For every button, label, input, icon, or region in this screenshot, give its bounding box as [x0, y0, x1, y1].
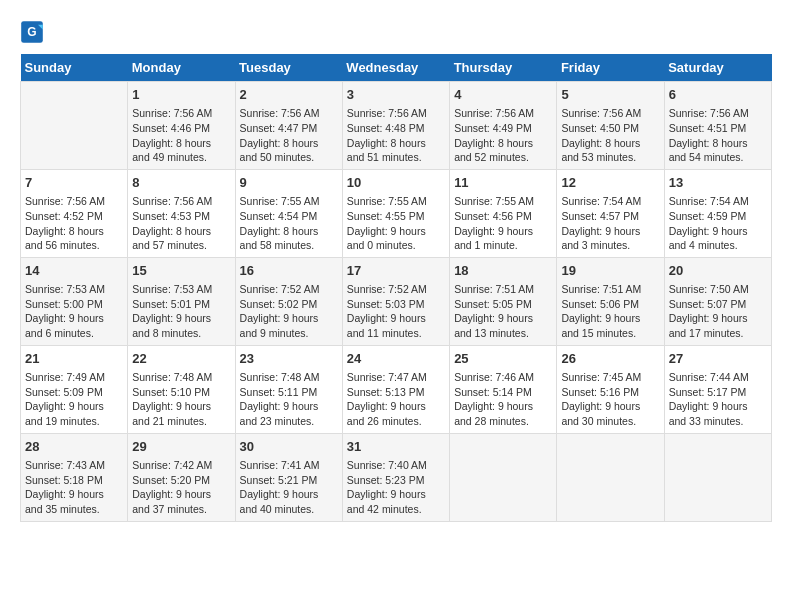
- day-number: 25: [454, 350, 552, 368]
- calendar-cell: 18Sunrise: 7:51 AMSunset: 5:05 PMDayligh…: [450, 257, 557, 345]
- calendar-cell: 12Sunrise: 7:54 AMSunset: 4:57 PMDayligh…: [557, 169, 664, 257]
- calendar-cell: 23Sunrise: 7:48 AMSunset: 5:11 PMDayligh…: [235, 345, 342, 433]
- day-number: 10: [347, 174, 445, 192]
- day-number: 4: [454, 86, 552, 104]
- day-number: 19: [561, 262, 659, 280]
- calendar-cell: 2Sunrise: 7:56 AMSunset: 4:47 PMDaylight…: [235, 82, 342, 170]
- cell-content: Sunrise: 7:56 AMSunset: 4:48 PMDaylight:…: [347, 106, 445, 165]
- calendar-cell: [450, 433, 557, 521]
- calendar-cell: 10Sunrise: 7:55 AMSunset: 4:55 PMDayligh…: [342, 169, 449, 257]
- day-number: 21: [25, 350, 123, 368]
- calendar-cell: 28Sunrise: 7:43 AMSunset: 5:18 PMDayligh…: [21, 433, 128, 521]
- week-row-1: 7Sunrise: 7:56 AMSunset: 4:52 PMDaylight…: [21, 169, 772, 257]
- calendar-cell: 31Sunrise: 7:40 AMSunset: 5:23 PMDayligh…: [342, 433, 449, 521]
- week-row-4: 28Sunrise: 7:43 AMSunset: 5:18 PMDayligh…: [21, 433, 772, 521]
- header-tuesday: Tuesday: [235, 54, 342, 82]
- day-number: 7: [25, 174, 123, 192]
- calendar-cell: [664, 433, 771, 521]
- calendar-cell: 9Sunrise: 7:55 AMSunset: 4:54 PMDaylight…: [235, 169, 342, 257]
- day-number: 22: [132, 350, 230, 368]
- cell-content: Sunrise: 7:40 AMSunset: 5:23 PMDaylight:…: [347, 458, 445, 517]
- header-friday: Friday: [557, 54, 664, 82]
- calendar-cell: 3Sunrise: 7:56 AMSunset: 4:48 PMDaylight…: [342, 82, 449, 170]
- calendar-cell: 22Sunrise: 7:48 AMSunset: 5:10 PMDayligh…: [128, 345, 235, 433]
- cell-content: Sunrise: 7:56 AMSunset: 4:50 PMDaylight:…: [561, 106, 659, 165]
- calendar-cell: 21Sunrise: 7:49 AMSunset: 5:09 PMDayligh…: [21, 345, 128, 433]
- cell-content: Sunrise: 7:51 AMSunset: 5:05 PMDaylight:…: [454, 282, 552, 341]
- cell-content: Sunrise: 7:49 AMSunset: 5:09 PMDaylight:…: [25, 370, 123, 429]
- cell-content: Sunrise: 7:51 AMSunset: 5:06 PMDaylight:…: [561, 282, 659, 341]
- cell-content: Sunrise: 7:48 AMSunset: 5:11 PMDaylight:…: [240, 370, 338, 429]
- day-number: 31: [347, 438, 445, 456]
- cell-content: Sunrise: 7:54 AMSunset: 4:57 PMDaylight:…: [561, 194, 659, 253]
- cell-content: Sunrise: 7:47 AMSunset: 5:13 PMDaylight:…: [347, 370, 445, 429]
- calendar-cell: 4Sunrise: 7:56 AMSunset: 4:49 PMDaylight…: [450, 82, 557, 170]
- calendar-cell: [557, 433, 664, 521]
- day-number: 30: [240, 438, 338, 456]
- calendar-cell: 30Sunrise: 7:41 AMSunset: 5:21 PMDayligh…: [235, 433, 342, 521]
- day-number: 20: [669, 262, 767, 280]
- cell-content: Sunrise: 7:45 AMSunset: 5:16 PMDaylight:…: [561, 370, 659, 429]
- calendar-cell: 19Sunrise: 7:51 AMSunset: 5:06 PMDayligh…: [557, 257, 664, 345]
- header-sunday: Sunday: [21, 54, 128, 82]
- cell-content: Sunrise: 7:54 AMSunset: 4:59 PMDaylight:…: [669, 194, 767, 253]
- calendar-cell: 29Sunrise: 7:42 AMSunset: 5:20 PMDayligh…: [128, 433, 235, 521]
- calendar-cell: 8Sunrise: 7:56 AMSunset: 4:53 PMDaylight…: [128, 169, 235, 257]
- day-number: 6: [669, 86, 767, 104]
- calendar-cell: 11Sunrise: 7:55 AMSunset: 4:56 PMDayligh…: [450, 169, 557, 257]
- day-number: 5: [561, 86, 659, 104]
- cell-content: Sunrise: 7:56 AMSunset: 4:49 PMDaylight:…: [454, 106, 552, 165]
- cell-content: Sunrise: 7:42 AMSunset: 5:20 PMDaylight:…: [132, 458, 230, 517]
- cell-content: Sunrise: 7:56 AMSunset: 4:47 PMDaylight:…: [240, 106, 338, 165]
- day-number: 23: [240, 350, 338, 368]
- cell-content: Sunrise: 7:52 AMSunset: 5:03 PMDaylight:…: [347, 282, 445, 341]
- day-number: 12: [561, 174, 659, 192]
- cell-content: Sunrise: 7:53 AMSunset: 5:01 PMDaylight:…: [132, 282, 230, 341]
- page-header: G: [20, 20, 772, 44]
- calendar-cell: 1Sunrise: 7:56 AMSunset: 4:46 PMDaylight…: [128, 82, 235, 170]
- calendar-cell: 15Sunrise: 7:53 AMSunset: 5:01 PMDayligh…: [128, 257, 235, 345]
- calendar-cell: 5Sunrise: 7:56 AMSunset: 4:50 PMDaylight…: [557, 82, 664, 170]
- calendar-cell: 26Sunrise: 7:45 AMSunset: 5:16 PMDayligh…: [557, 345, 664, 433]
- day-number: 15: [132, 262, 230, 280]
- day-number: 16: [240, 262, 338, 280]
- cell-content: Sunrise: 7:55 AMSunset: 4:55 PMDaylight:…: [347, 194, 445, 253]
- day-number: 28: [25, 438, 123, 456]
- cell-content: Sunrise: 7:52 AMSunset: 5:02 PMDaylight:…: [240, 282, 338, 341]
- day-number: 27: [669, 350, 767, 368]
- cell-content: Sunrise: 7:56 AMSunset: 4:51 PMDaylight:…: [669, 106, 767, 165]
- cell-content: Sunrise: 7:48 AMSunset: 5:10 PMDaylight:…: [132, 370, 230, 429]
- cell-content: Sunrise: 7:46 AMSunset: 5:14 PMDaylight:…: [454, 370, 552, 429]
- day-number: 2: [240, 86, 338, 104]
- calendar-cell: 7Sunrise: 7:56 AMSunset: 4:52 PMDaylight…: [21, 169, 128, 257]
- week-row-3: 21Sunrise: 7:49 AMSunset: 5:09 PMDayligh…: [21, 345, 772, 433]
- cell-content: Sunrise: 7:43 AMSunset: 5:18 PMDaylight:…: [25, 458, 123, 517]
- day-number: 11: [454, 174, 552, 192]
- calendar-cell: 14Sunrise: 7:53 AMSunset: 5:00 PMDayligh…: [21, 257, 128, 345]
- calendar-table: SundayMondayTuesdayWednesdayThursdayFrid…: [20, 54, 772, 522]
- day-number: 13: [669, 174, 767, 192]
- calendar-cell: 13Sunrise: 7:54 AMSunset: 4:59 PMDayligh…: [664, 169, 771, 257]
- day-number: 24: [347, 350, 445, 368]
- day-number: 14: [25, 262, 123, 280]
- cell-content: Sunrise: 7:50 AMSunset: 5:07 PMDaylight:…: [669, 282, 767, 341]
- day-number: 8: [132, 174, 230, 192]
- svg-text:G: G: [27, 25, 36, 39]
- day-number: 3: [347, 86, 445, 104]
- cell-content: Sunrise: 7:53 AMSunset: 5:00 PMDaylight:…: [25, 282, 123, 341]
- day-number: 1: [132, 86, 230, 104]
- calendar-cell: 20Sunrise: 7:50 AMSunset: 5:07 PMDayligh…: [664, 257, 771, 345]
- day-number: 17: [347, 262, 445, 280]
- cell-content: Sunrise: 7:55 AMSunset: 4:54 PMDaylight:…: [240, 194, 338, 253]
- calendar-cell: 24Sunrise: 7:47 AMSunset: 5:13 PMDayligh…: [342, 345, 449, 433]
- day-number: 18: [454, 262, 552, 280]
- cell-content: Sunrise: 7:44 AMSunset: 5:17 PMDaylight:…: [669, 370, 767, 429]
- calendar-cell: [21, 82, 128, 170]
- week-row-0: 1Sunrise: 7:56 AMSunset: 4:46 PMDaylight…: [21, 82, 772, 170]
- logo: G: [20, 20, 48, 44]
- logo-icon: G: [20, 20, 44, 44]
- day-number: 9: [240, 174, 338, 192]
- calendar-cell: 16Sunrise: 7:52 AMSunset: 5:02 PMDayligh…: [235, 257, 342, 345]
- cell-content: Sunrise: 7:41 AMSunset: 5:21 PMDaylight:…: [240, 458, 338, 517]
- calendar-cell: 6Sunrise: 7:56 AMSunset: 4:51 PMDaylight…: [664, 82, 771, 170]
